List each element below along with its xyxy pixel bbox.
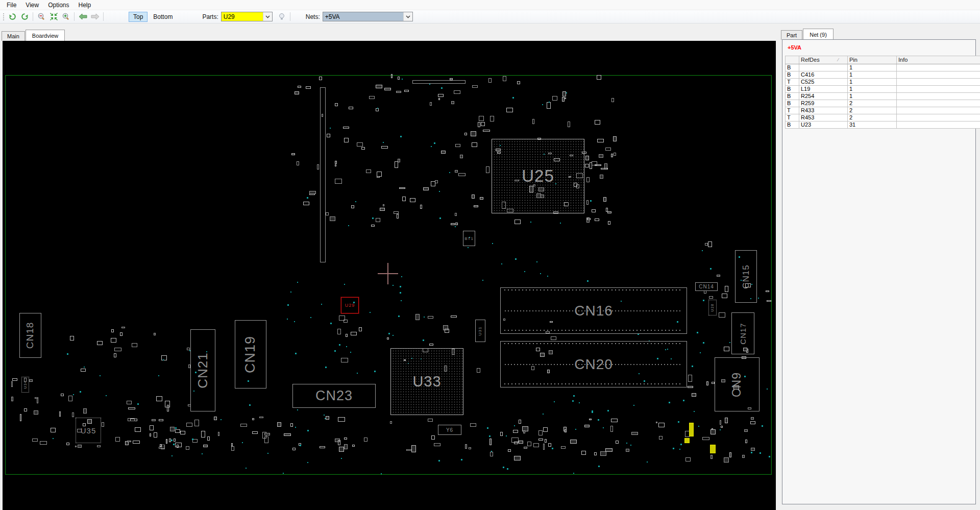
rotate-ccw-icon[interactable]	[7, 11, 18, 22]
board-component-cn16[interactable]: CN16	[500, 287, 687, 334]
column-header-refdes[interactable]: RefDes⁄	[799, 56, 848, 64]
board-component-cn14[interactable]: CN14	[695, 282, 718, 291]
net-pin-dot	[439, 217, 441, 219]
net-pin-row-r259[interactable]: BR2592	[786, 100, 980, 107]
parts-combobox[interactable]: U29	[221, 12, 273, 21]
board-component-u28[interactable]: U28	[708, 300, 717, 315]
board-component-u34[interactable]: U34	[21, 377, 29, 393]
board-component-u31[interactable]: U31	[475, 320, 485, 342]
small-part-outline	[470, 423, 476, 427]
net-pin-dot	[73, 394, 74, 395]
column-header-side[interactable]	[786, 56, 799, 64]
net-pin-row-r453[interactable]: TR4532	[786, 114, 980, 122]
board-canvas[interactable]: U25U33CN16CN20CN23CN21CN19CN18U35U34CN15…	[3, 41, 776, 510]
board-component-bt1[interactable]: BT1	[463, 231, 475, 246]
board-component-part[interactable]	[710, 445, 716, 453]
board-component-cn15[interactable]: CN15	[735, 250, 757, 303]
net-pin-dot	[321, 304, 322, 305]
board-component-part[interactable]	[320, 87, 326, 262]
rotate-cw-icon[interactable]	[19, 11, 30, 22]
column-header-pin[interactable]: Pin	[848, 56, 897, 64]
board-component-u29[interactable]: U29	[341, 297, 359, 313]
board-component-u33[interactable]: U33	[390, 348, 463, 415]
small-part-outline	[611, 98, 614, 102]
nav-forward-icon[interactable]	[89, 11, 101, 22]
small-part-outline	[264, 433, 271, 435]
net-pin-row[interactable]: B1	[786, 64, 980, 71]
menu-item-options[interactable]: Options	[43, 1, 74, 10]
board-component-cn20[interactable]: CN20	[500, 341, 687, 387]
zoom-fit-icon[interactable]	[48, 11, 59, 22]
zoom-out-icon[interactable]	[36, 11, 47, 22]
small-part-outline	[478, 122, 480, 127]
small-part-outline	[626, 449, 629, 452]
net-pin-row-r433[interactable]: TR4332	[786, 107, 980, 114]
board-component-cn19[interactable]: CN19	[235, 320, 266, 388]
small-part-outline	[364, 438, 368, 442]
small-part-outline	[519, 441, 523, 444]
net-pins-table[interactable]: RefDes⁄PinInfo B1BC4161TC5251BL191BR2541…	[785, 56, 980, 129]
small-part-outline	[445, 329, 449, 333]
board-component-part[interactable]	[689, 423, 694, 436]
menu-item-view[interactable]: View	[21, 1, 43, 10]
board-component-y6[interactable]: Y6	[438, 425, 461, 435]
small-part-outline	[81, 369, 86, 372]
small-part-outline	[710, 429, 716, 434]
zoom-in-icon[interactable]	[60, 11, 71, 22]
small-part-outline	[420, 205, 423, 209]
small-part-outline	[376, 218, 381, 222]
board-component-cn17[interactable]: CN17	[731, 312, 754, 354]
net-pin-dot	[344, 284, 345, 285]
highlight-bulb-button[interactable]	[276, 11, 287, 22]
top-side-toggle-button[interactable]: Top	[129, 12, 148, 22]
board-component-part[interactable]	[684, 438, 690, 443]
column-header-info[interactable]: Info	[897, 56, 980, 64]
net-pin-dot	[449, 172, 450, 173]
small-part-outline	[174, 439, 176, 442]
small-part-outline	[380, 208, 384, 211]
net-pin-dot	[431, 146, 432, 147]
component-label: U25	[522, 166, 554, 186]
nets-combobox[interactable]: +5VA	[323, 12, 413, 21]
view-tab-boardview[interactable]: Boardview	[26, 30, 65, 41]
small-part-outline	[721, 426, 723, 428]
board-component-cn18[interactable]: CN18	[19, 313, 41, 358]
net-pin-row-u23[interactable]: BU2331	[786, 122, 980, 129]
small-part-outline	[616, 441, 619, 443]
board-component-part[interactable]	[412, 80, 465, 84]
board-component-cn9[interactable]: CN9	[715, 357, 760, 411]
small-part-outline	[605, 148, 611, 151]
small-part-outline	[114, 353, 116, 357]
board-component-cn21[interactable]: CN21	[190, 329, 215, 411]
board-component-u35[interactable]: U35	[76, 418, 101, 443]
small-part-outline	[61, 394, 64, 396]
net-pin-row-l19[interactable]: BL191	[786, 86, 980, 93]
small-part-outline	[24, 408, 27, 411]
view-tab-main[interactable]: Main	[2, 31, 25, 41]
menu-item-help[interactable]: Help	[74, 1, 96, 10]
net-pin-dot	[339, 344, 340, 346]
small-part-outline	[469, 447, 471, 449]
net-pin-dot	[760, 452, 761, 454]
menu-item-file[interactable]: File	[2, 1, 21, 10]
nav-back-icon[interactable]	[77, 11, 88, 22]
board-component-cn23[interactable]: CN23	[292, 384, 376, 408]
small-part-outline	[240, 424, 247, 427]
small-part-outline	[724, 457, 729, 463]
board-component-u25[interactable]: U25	[492, 139, 584, 213]
net-pin-row-c416[interactable]: BC4161	[786, 71, 980, 79]
net-pin-dot	[762, 425, 763, 427]
net-pin-row-c525[interactable]: TC5251	[786, 79, 980, 86]
small-part-outline	[165, 401, 170, 407]
side-tab-net-9[interactable]: Net (9)	[803, 29, 834, 40]
small-part-outline	[517, 81, 520, 84]
chevron-down-icon[interactable]	[403, 12, 412, 21]
bottom-side-toggle-button[interactable]: Bottom	[149, 12, 177, 22]
net-pin-dot	[549, 102, 550, 103]
small-part-outline	[150, 425, 154, 430]
small-part-outline	[472, 195, 475, 199]
small-part-outline	[479, 116, 484, 121]
chevron-down-icon[interactable]	[263, 12, 272, 21]
net-pin-row-r254[interactable]: BR2541	[786, 93, 980, 100]
side-tab-part[interactable]: Part	[781, 30, 802, 40]
